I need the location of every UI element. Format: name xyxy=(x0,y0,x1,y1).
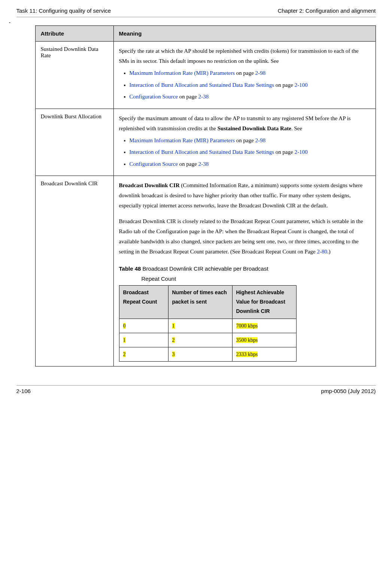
link-config[interactable]: Configuration Source xyxy=(130,161,178,167)
header-rule xyxy=(16,17,376,17)
meaning-cell: Broadcast Downlink CIR (Committed Inform… xyxy=(113,176,376,366)
intro-text: Specify the rate at which the AP should … xyxy=(119,48,359,64)
cell: 1 xyxy=(119,333,168,347)
inner-row: 0 1 7000 kbps xyxy=(119,319,296,333)
hl-value: 3500 kbps xyxy=(236,337,258,343)
para2-post: .) xyxy=(327,249,331,255)
suffix: on page xyxy=(274,149,295,155)
cell: 2333 kbps xyxy=(232,347,296,361)
col-meaning: Meaning xyxy=(113,26,376,42)
attr-cell: Sustained Downlink Data Rate xyxy=(35,42,113,109)
hl-value: 2 xyxy=(123,352,126,357)
hl-value: 3 xyxy=(172,352,175,357)
page-footer: 2-106 pmp-0050 (July 2012) xyxy=(16,385,376,394)
intro-bold: Sustained Downlink Data Rate xyxy=(218,125,291,131)
cell: 2 xyxy=(119,347,168,361)
meaning-cell: Specify the maximum amount of data to al… xyxy=(113,109,376,176)
caption-text2: Repeat Count xyxy=(119,274,370,284)
page-ref[interactable]: 2-100 xyxy=(295,82,308,88)
list-item: Interaction of Burst Allocation and Sust… xyxy=(130,147,370,157)
suffix: on page xyxy=(178,161,198,167)
link-burst[interactable]: Interaction of Burst Allocation and Sust… xyxy=(130,82,274,88)
link-mir[interactable]: Maximum Information Rate (MIR) Parameter… xyxy=(130,137,235,143)
hl-value: 2 xyxy=(172,337,175,343)
suffix: on page xyxy=(235,137,255,143)
page-ref[interactable]: 2-38 xyxy=(198,161,209,167)
page-ref[interactable]: 2-100 xyxy=(295,149,308,155)
para1: Broadcast Downlink CIR (Committed Inform… xyxy=(119,180,370,211)
list-item: Configuration Source on page 2-38 xyxy=(130,92,370,102)
suffix: on page xyxy=(274,82,295,88)
hl-value: 2333 kbps xyxy=(236,352,258,357)
suffix: on page xyxy=(178,94,198,100)
cell: 2 xyxy=(168,333,232,347)
attr-cell: Broadcast Downlink CIR xyxy=(35,176,113,366)
hl-value: 1 xyxy=(172,323,175,329)
header-left: Task 11: Configuring quality of service xyxy=(16,7,111,14)
page-ref[interactable]: 2-80 xyxy=(317,249,328,255)
table-row: Sustained Downlink Data Rate Specify the… xyxy=(35,42,376,109)
hl-value: 7000 kbps xyxy=(236,323,258,329)
suffix: on page xyxy=(235,70,255,76)
para1-bold: Broadcast Downlink CIR xyxy=(119,182,180,188)
list-item: Maximum Information Rate (MIR) Parameter… xyxy=(130,136,370,146)
dash: - xyxy=(9,19,376,25)
hl-value: 0 xyxy=(123,323,126,329)
intro-post: . See xyxy=(291,125,302,131)
list-item: Interaction of Burst Allocation and Sust… xyxy=(130,80,370,90)
inner-col1: Broadcast Repeat Count xyxy=(119,286,168,319)
para2: Broadcast Downlink CIR is closely relate… xyxy=(119,216,370,257)
cell: 1 xyxy=(168,319,232,333)
attribute-table: Attribute Meaning Sustained Downlink Dat… xyxy=(35,25,376,366)
col-attribute: Attribute xyxy=(35,26,113,42)
cell: 3 xyxy=(168,347,232,361)
cell: 0 xyxy=(119,319,168,333)
cell: 7000 kbps xyxy=(232,319,296,333)
doc-id: pmp-0050 (July 2012) xyxy=(321,388,376,394)
cell: 3500 kbps xyxy=(232,333,296,347)
caption-text: Broadcast Downlink CIR achievable per Br… xyxy=(141,265,268,272)
inner-row: 2 3 2333 kbps xyxy=(119,347,296,361)
page-ref[interactable]: 2-38 xyxy=(198,94,209,100)
inner-row: 1 2 3500 kbps xyxy=(119,333,296,347)
hl-value: 1 xyxy=(123,337,126,343)
link-burst[interactable]: Interaction of Burst Allocation and Sust… xyxy=(130,149,274,155)
link-list: Maximum Information Rate (MIR) Parameter… xyxy=(119,69,370,102)
list-item: Configuration Source on page 2-38 xyxy=(130,159,370,169)
inner-col3: Highest Achievable Value for Broadcast D… xyxy=(232,286,296,319)
inner-caption: Table 48 Broadcast Downlink CIR achievab… xyxy=(119,264,370,284)
link-mir[interactable]: Maximum Information Rate (MIR) Parameter… xyxy=(130,70,235,76)
attr-cell: Downlink Burst Allocation xyxy=(35,109,113,176)
table-number: Table 48 xyxy=(119,265,141,272)
meaning-cell: Specify the rate at which the AP should … xyxy=(113,42,376,109)
page-header: Task 11: Configuring quality of service … xyxy=(16,7,376,17)
inner-table: Broadcast Repeat Count Number of times e… xyxy=(119,285,297,362)
header-right: Chapter 2: Configuration and alignment xyxy=(278,7,376,14)
table-row: Broadcast Downlink CIR Broadcast Downlin… xyxy=(35,176,376,366)
page-ref[interactable]: 2-98 xyxy=(255,137,266,143)
list-item: Maximum Information Rate (MIR) Parameter… xyxy=(130,69,370,78)
link-config[interactable]: Configuration Source xyxy=(130,94,178,100)
page-ref[interactable]: 2-98 xyxy=(255,70,266,76)
inner-col2: Number of times each packet is sent xyxy=(168,286,232,319)
table-row: Downlink Burst Allocation Specify the ma… xyxy=(35,109,376,176)
link-list: Maximum Information Rate (MIR) Parameter… xyxy=(119,136,370,169)
page-number: 2-106 xyxy=(16,388,31,394)
